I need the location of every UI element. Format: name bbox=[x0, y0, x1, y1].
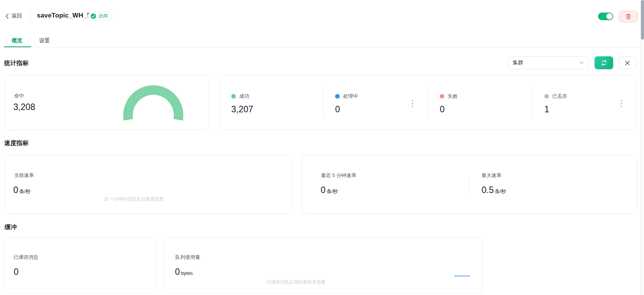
max-rate-unit: 条/秒 bbox=[495, 188, 506, 195]
metric-label: 失败 bbox=[448, 93, 458, 100]
back-chevron-icon bbox=[5, 13, 9, 19]
tab-overview[interactable]: 概览 bbox=[12, 37, 22, 44]
cached-messages-card: 已缓存消息 0 bbox=[4, 237, 156, 293]
max-rate-label: 最大速率 bbox=[482, 172, 501, 179]
toggle-knob bbox=[606, 13, 612, 19]
more-options-button[interactable] bbox=[619, 100, 624, 107]
vertical-scrollbar-track[interactable] bbox=[640, 0, 644, 295]
metric-label: 成功 bbox=[239, 93, 249, 100]
status-badge: 启用 bbox=[87, 12, 112, 21]
hit-gauge-arc bbox=[5, 75, 210, 130]
close-icon bbox=[625, 60, 630, 66]
recent-rate-unit: 条/秒 bbox=[327, 188, 338, 195]
cached-messages-value-row: 0 bbox=[14, 267, 19, 277]
refresh-icon bbox=[601, 59, 607, 66]
back-button[interactable]: 返回 bbox=[5, 13, 22, 19]
queue-usage-label: 队列使用量 bbox=[175, 254, 200, 261]
current-rate-value: 0 bbox=[13, 185, 18, 195]
queue-usage-value: 0 bbox=[175, 267, 180, 277]
refresh-button[interactable] bbox=[595, 56, 613, 69]
topic-detail-page: 返回 saveTopic_WH_D 启用 概览 设置 统计指标 集群 bbox=[0, 0, 644, 295]
success-status-dot bbox=[231, 94, 236, 99]
status-badge-label: 启用 bbox=[99, 13, 108, 19]
metric-divider bbox=[428, 88, 428, 117]
discarded-status-dot bbox=[544, 94, 549, 99]
metric-label: 已丢弃 bbox=[552, 93, 567, 100]
recent-rate-label: 最近 5 分钟速率 bbox=[321, 172, 356, 179]
rate-summary-card: 最近 5 分钟速率 0 条/秒 最大速率 0.5 条/秒 bbox=[302, 155, 638, 214]
trash-icon bbox=[625, 13, 631, 20]
rate-trend-hint: 近一分钟内消息发出速度趋势 bbox=[104, 196, 164, 203]
close-button[interactable] bbox=[618, 56, 636, 69]
queue-usage-card: 队列使用量 0 bytes 已缓存消息占用的系统资源量 bbox=[164, 237, 482, 293]
queue-usage-unit: bytes bbox=[181, 270, 193, 276]
recent-rate-value-row: 0 条/秒 bbox=[321, 185, 338, 195]
metrics-card: 成功 3,207 处理中 0 失败 0 已丢弃 1 bbox=[219, 75, 636, 130]
cluster-select-value: 集群 bbox=[513, 59, 579, 66]
speed-section-heading: 速度指标 bbox=[4, 139, 29, 147]
more-options-button[interactable] bbox=[410, 100, 415, 107]
metric-processing: 处理中 0 bbox=[335, 93, 358, 115]
metric-label: 处理中 bbox=[343, 93, 358, 100]
delete-button[interactable] bbox=[619, 11, 638, 22]
rate-divider bbox=[469, 177, 469, 194]
metric-value: 0 bbox=[335, 104, 358, 115]
tab-settings[interactable]: 设置 bbox=[39, 37, 50, 44]
enable-toggle[interactable] bbox=[598, 13, 613, 20]
current-rate-label: 当前速率 bbox=[14, 172, 34, 179]
metric-value: 1 bbox=[544, 104, 567, 115]
queue-usage-value-row: 0 bytes bbox=[175, 267, 193, 277]
header-separator bbox=[31, 13, 31, 19]
buffer-section-heading: 缓冲 bbox=[5, 223, 17, 231]
check-circle-icon bbox=[91, 13, 96, 19]
metric-value: 0 bbox=[440, 104, 458, 115]
metric-discarded: 已丢弃 1 bbox=[544, 93, 567, 115]
chevron-down-icon bbox=[579, 61, 584, 64]
cached-messages-value: 0 bbox=[14, 267, 19, 277]
back-label: 返回 bbox=[11, 13, 22, 19]
stats-section-heading: 统计指标 bbox=[4, 59, 29, 67]
tabs-divider bbox=[0, 47, 641, 48]
queue-usage-hint: 已缓存消息占用的系统资源量 bbox=[266, 279, 326, 285]
current-rate-value-row: 0 条/秒 bbox=[13, 185, 30, 195]
metric-failed: 失败 0 bbox=[440, 93, 458, 115]
vertical-scrollbar-thumb[interactable] bbox=[641, 0, 644, 40]
cached-messages-label: 已缓存消息 bbox=[14, 254, 38, 261]
queue-sparkline bbox=[454, 276, 470, 276]
max-rate-value-row: 0.5 条/秒 bbox=[482, 185, 506, 195]
metric-divider bbox=[323, 88, 323, 117]
current-rate-unit: 条/秒 bbox=[19, 188, 31, 195]
processing-status-dot bbox=[335, 94, 340, 99]
metric-divider bbox=[531, 88, 531, 117]
hit-card: 命中 3,208 bbox=[5, 75, 210, 130]
metric-success: 成功 3,207 bbox=[231, 93, 253, 115]
failed-status-dot bbox=[440, 94, 444, 99]
recent-rate-value: 0 bbox=[321, 185, 326, 195]
current-rate-card: 当前速率 0 条/秒 近一分钟内消息发出速度趋势 bbox=[5, 155, 292, 214]
metric-value: 3,207 bbox=[231, 104, 253, 115]
max-rate-value: 0.5 bbox=[482, 185, 494, 195]
cluster-select[interactable]: 集群 bbox=[508, 56, 589, 69]
page-title: saveTopic_WH_D bbox=[37, 12, 92, 19]
